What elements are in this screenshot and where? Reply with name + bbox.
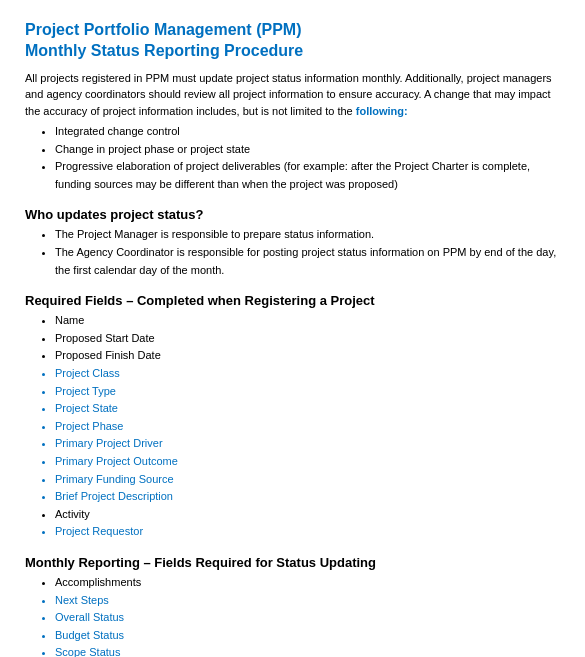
page-title: Project Portfolio Management (PPM) Month… (25, 20, 560, 62)
list-item: Budget Status (55, 627, 560, 645)
intro-highlight: following: (356, 105, 408, 117)
section1-title: Who updates project status? (25, 207, 560, 222)
intro-bullets: Integrated change control Change in proj… (55, 123, 560, 193)
section3-title: Monthly Reporting – Fields Required for … (25, 555, 560, 570)
list-item: Integrated change control (55, 123, 560, 141)
title-line1: Project Portfolio Management (PPM) (25, 20, 560, 41)
list-item: Next Steps (55, 592, 560, 610)
list-item: The Agency Coordinator is responsible fo… (55, 244, 560, 279)
list-item: Primary Project Driver (55, 435, 560, 453)
list-item: Primary Funding Source (55, 471, 560, 489)
list-item: Project Class (55, 365, 560, 383)
list-item: The Project Manager is responsible to pr… (55, 226, 560, 244)
intro-paragraph: All projects registered in PPM must upda… (25, 70, 560, 120)
section3-list: AccomplishmentsNext StepsOverall StatusB… (55, 574, 560, 657)
list-item: Progressive elaboration of project deliv… (55, 158, 560, 193)
title-line2: Monthly Status Reporting Procedure (25, 41, 560, 62)
page-container: Project Portfolio Management (PPM) Month… (25, 20, 560, 657)
list-item: Activity (55, 506, 560, 524)
list-item: Accomplishments (55, 574, 560, 592)
list-item: Primary Project Outcome (55, 453, 560, 471)
section1: Who updates project status? The Project … (25, 207, 560, 279)
list-item: Overall Status (55, 609, 560, 627)
section3: Monthly Reporting – Fields Required for … (25, 555, 560, 657)
list-item: Project Requestor (55, 523, 560, 541)
list-item: Change in project phase or project state (55, 141, 560, 159)
list-item: Project State (55, 400, 560, 418)
list-item: Proposed Finish Date (55, 347, 560, 365)
list-item: Scope Status (55, 644, 560, 657)
list-item: Name (55, 312, 560, 330)
list-item: Proposed Start Date (55, 330, 560, 348)
list-item: Project Type (55, 383, 560, 401)
section2: Required Fields – Completed when Registe… (25, 293, 560, 541)
list-item: Project Phase (55, 418, 560, 436)
intro-text-before: All projects registered in PPM must upda… (25, 72, 552, 117)
section2-title: Required Fields – Completed when Registe… (25, 293, 560, 308)
section2-list: NameProposed Start DateProposed Finish D… (55, 312, 560, 541)
list-item: Brief Project Description (55, 488, 560, 506)
section1-bullets: The Project Manager is responsible to pr… (55, 226, 560, 279)
